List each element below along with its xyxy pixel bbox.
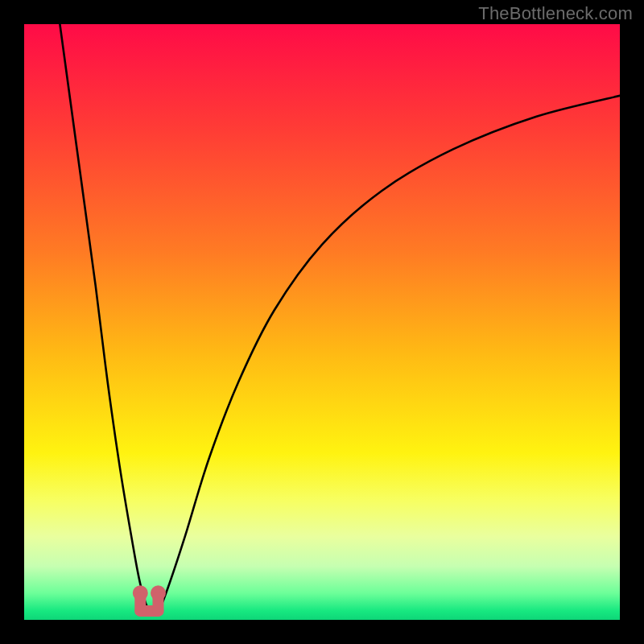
watermark-text: TheBottleneck.com bbox=[478, 3, 633, 24]
chart-frame: TheBottleneck.com bbox=[0, 0, 644, 644]
plot-area bbox=[24, 24, 620, 620]
chart-svg bbox=[24, 24, 620, 620]
gradient-background bbox=[24, 24, 620, 620]
